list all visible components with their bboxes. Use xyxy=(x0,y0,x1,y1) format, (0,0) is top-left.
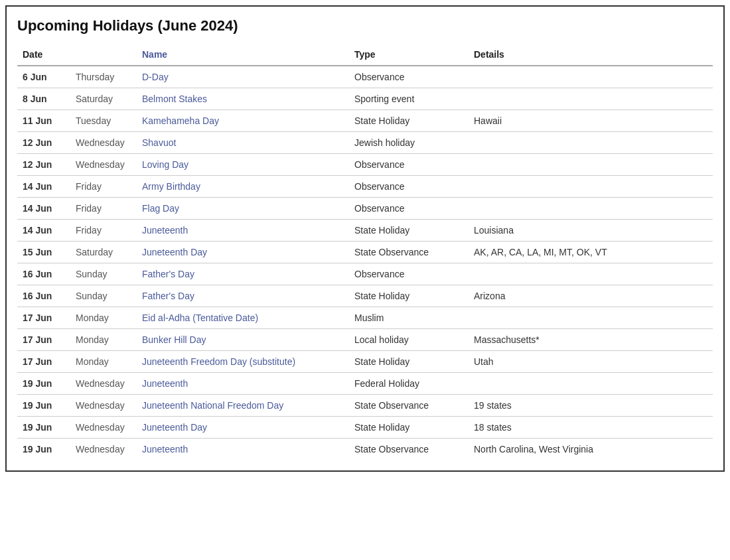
page-title: Upcoming Holidays (June 2024) xyxy=(17,17,713,35)
table-row: 12 JunWednesdayShavuotJewish holiday xyxy=(17,132,713,154)
cell-type: Observance xyxy=(349,263,469,285)
cell-date: 11 Jun xyxy=(17,110,70,132)
cell-type: Observance xyxy=(349,154,469,176)
cell-type: State Holiday xyxy=(349,220,469,242)
table-row: 15 JunSaturdayJuneteenth DayState Observ… xyxy=(17,242,713,263)
cell-day: Thursday xyxy=(70,66,137,88)
cell-date: 17 Jun xyxy=(17,351,70,373)
cell-details: 18 states xyxy=(469,417,713,439)
holidays-table: Date Name Type Details 6 JunThursdayD-Da… xyxy=(17,45,713,460)
table-row: 14 JunFridayFlag DayObservance xyxy=(17,198,713,220)
cell-day: Friday xyxy=(70,198,137,220)
cell-name[interactable]: Juneteenth Freedom Day (substitute) xyxy=(137,351,349,373)
cell-name[interactable]: Father's Day xyxy=(137,285,349,307)
cell-day: Wednesday xyxy=(70,373,137,395)
cell-type: Sporting event xyxy=(349,88,469,110)
cell-details: 19 states xyxy=(469,395,713,417)
cell-type: State Observance xyxy=(349,242,469,263)
table-row: 19 JunWednesdayJuneteenth DayState Holid… xyxy=(17,417,713,439)
cell-day: Monday xyxy=(70,307,137,329)
cell-details xyxy=(469,66,713,88)
cell-type: State Holiday xyxy=(349,417,469,439)
cell-date: 17 Jun xyxy=(17,307,70,329)
cell-date: 15 Jun xyxy=(17,242,70,263)
table-row: 19 JunWednesdayJuneteenthFederal Holiday xyxy=(17,373,713,395)
cell-day: Saturday xyxy=(70,242,137,263)
cell-day: Wednesday xyxy=(70,395,137,417)
cell-name[interactable]: Father's Day xyxy=(137,263,349,285)
table-row: 16 JunSundayFather's DayObservance xyxy=(17,263,713,285)
cell-date: 14 Jun xyxy=(17,198,70,220)
cell-name[interactable]: Flag Day xyxy=(137,198,349,220)
cell-details xyxy=(469,176,713,198)
cell-day: Friday xyxy=(70,176,137,198)
cell-name[interactable]: Juneteenth xyxy=(137,439,349,460)
cell-type: Local holiday xyxy=(349,329,469,351)
cell-name[interactable]: D-Day xyxy=(137,66,349,88)
cell-date: 12 Jun xyxy=(17,154,70,176)
cell-date: 8 Jun xyxy=(17,88,70,110)
header-date: Date xyxy=(17,45,70,66)
cell-type: State Holiday xyxy=(349,351,469,373)
cell-details: Massachusetts* xyxy=(469,329,713,351)
cell-details: Utah xyxy=(469,351,713,373)
cell-details: Arizona xyxy=(469,285,713,307)
cell-name[interactable]: Juneteenth Day xyxy=(137,417,349,439)
cell-details: Louisiana xyxy=(469,220,713,242)
table-row: 17 JunMondayJuneteenth Freedom Day (subs… xyxy=(17,351,713,373)
cell-details: Hawaii xyxy=(469,110,713,132)
table-row: 8 JunSaturdayBelmont StakesSporting even… xyxy=(17,88,713,110)
cell-details xyxy=(469,373,713,395)
cell-name[interactable]: Belmont Stakes xyxy=(137,88,349,110)
cell-type: Observance xyxy=(349,176,469,198)
cell-details xyxy=(469,198,713,220)
cell-name[interactable]: Eid al-Adha (Tentative Date) xyxy=(137,307,349,329)
cell-date: 14 Jun xyxy=(17,220,70,242)
main-container: Upcoming Holidays (June 2024) Date Name … xyxy=(5,5,725,472)
cell-name[interactable]: Shavuot xyxy=(137,132,349,154)
cell-type: Muslim xyxy=(349,307,469,329)
cell-day: Tuesday xyxy=(70,110,137,132)
cell-name[interactable]: Kamehameha Day xyxy=(137,110,349,132)
table-header-row: Date Name Type Details xyxy=(17,45,713,66)
cell-name[interactable]: Army Birthday xyxy=(137,176,349,198)
cell-name[interactable]: Juneteenth National Freedom Day xyxy=(137,395,349,417)
header-type: Type xyxy=(349,45,469,66)
table-row: 17 JunMondayBunker Hill DayLocal holiday… xyxy=(17,329,713,351)
cell-day: Saturday xyxy=(70,88,137,110)
cell-details xyxy=(469,307,713,329)
cell-details: North Carolina, West Virginia xyxy=(469,439,713,460)
cell-day: Monday xyxy=(70,329,137,351)
cell-type: Jewish holiday xyxy=(349,132,469,154)
cell-date: 19 Jun xyxy=(17,373,70,395)
cell-details xyxy=(469,263,713,285)
cell-type: Observance xyxy=(349,198,469,220)
cell-name[interactable]: Juneteenth xyxy=(137,220,349,242)
cell-date: 19 Jun xyxy=(17,417,70,439)
table-row: 16 JunSundayFather's DayState HolidayAri… xyxy=(17,285,713,307)
cell-date: 16 Jun xyxy=(17,263,70,285)
cell-details xyxy=(469,132,713,154)
header-details: Details xyxy=(469,45,713,66)
cell-date: 12 Jun xyxy=(17,132,70,154)
cell-date: 17 Jun xyxy=(17,329,70,351)
cell-type: State Holiday xyxy=(349,285,469,307)
table-row: 14 JunFridayJuneteenthState HolidayLouis… xyxy=(17,220,713,242)
table-row: 14 JunFridayArmy BirthdayObservance xyxy=(17,176,713,198)
cell-day: Wednesday xyxy=(70,154,137,176)
cell-day: Wednesday xyxy=(70,439,137,460)
cell-details xyxy=(469,154,713,176)
cell-name[interactable]: Loving Day xyxy=(137,154,349,176)
table-row: 6 JunThursdayD-DayObservance xyxy=(17,66,713,88)
table-row: 19 JunWednesdayJuneteenth National Freed… xyxy=(17,395,713,417)
cell-date: 16 Jun xyxy=(17,285,70,307)
cell-type: Observance xyxy=(349,66,469,88)
cell-name[interactable]: Juneteenth xyxy=(137,373,349,395)
cell-name[interactable]: Juneteenth Day xyxy=(137,242,349,263)
cell-details: AK, AR, CA, LA, MI, MT, OK, VT xyxy=(469,242,713,263)
cell-details xyxy=(469,88,713,110)
table-row: 11 JunTuesdayKamehameha DayState Holiday… xyxy=(17,110,713,132)
cell-name[interactable]: Bunker Hill Day xyxy=(137,329,349,351)
cell-day: Monday xyxy=(70,351,137,373)
cell-date: 19 Jun xyxy=(17,439,70,460)
